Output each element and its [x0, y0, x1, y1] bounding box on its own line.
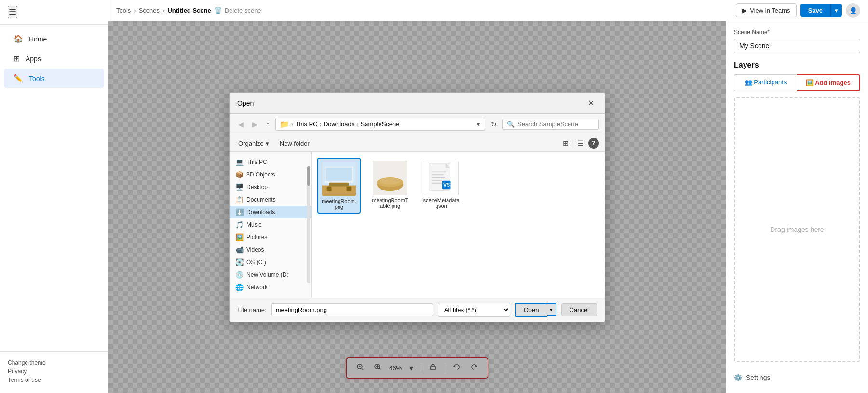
breadcrumb-current: Untitled Scene: [167, 7, 211, 14]
pictures-icon: 🖼️: [235, 233, 244, 241]
add-images-icon: 🖼️: [806, 79, 814, 86]
view-divider: [573, 139, 573, 147]
dialog-nav-bar: ◀ ▶ ↑ 📁 › This PC › Downloads › SampleSc…: [230, 114, 605, 135]
view-grid-button[interactable]: ⊞: [560, 138, 571, 149]
tree-item-music[interactable]: 🎵 Music: [230, 218, 311, 231]
change-theme-link[interactable]: Change theme: [8, 359, 100, 366]
menu-button[interactable]: ☰: [8, 6, 17, 18]
sidebar-item-home[interactable]: 🏠 Home: [4, 29, 104, 48]
file-dialog-overlay: Open ✕ ◀ ▶ ↑ 📁 › This PC › Downloa: [108, 21, 726, 393]
tree-item-osc[interactable]: 💽 OS (C:): [230, 256, 311, 269]
file-grid: meetingRoom.png: [312, 152, 605, 298]
osc-icon: 💽: [235, 258, 244, 266]
dialog-title-bar: Open ✕: [230, 93, 605, 114]
dialog-title: Open: [237, 99, 254, 107]
tree-item-documents[interactable]: 📋 Documents: [230, 193, 311, 206]
new-folder-button[interactable]: New folder: [276, 138, 313, 149]
breadcrumb-sep-2: ›: [163, 7, 164, 14]
sidebar-item-tools[interactable]: ✏️ Tools: [4, 69, 104, 88]
filetype-select[interactable]: All files (*.*): [438, 303, 510, 317]
forward-button[interactable]: ▶: [249, 119, 260, 130]
layers-heading: Layers: [734, 61, 860, 69]
tools-icon: ✏️: [14, 74, 23, 83]
svg-rect-17: [432, 174, 444, 175]
search-input[interactable]: [517, 121, 595, 128]
network-icon: 🌐: [235, 284, 244, 291]
filename-input[interactable]: [271, 303, 433, 316]
terms-link[interactable]: Terms of use: [8, 377, 100, 383]
sidebar: ☰ 🏠 Home ⊞ Apps ✏️ Tools Change theme Pr…: [0, 0, 108, 393]
privacy-link[interactable]: Privacy: [8, 368, 100, 375]
path-bar: 📁 › This PC › Downloads › SampleScene ▾: [275, 118, 485, 131]
dialog-body: 💻 This PC 📦 3D Objects 🖥️ Desktop: [230, 152, 605, 298]
meetingroom-thumbnail: [322, 162, 356, 196]
tree-item-pictures[interactable]: 🖼️ Pictures: [230, 231, 311, 244]
save-dropdown-button[interactable]: ▾: [830, 4, 842, 17]
breadcrumb-sep-1: ›: [134, 7, 136, 14]
tree-item-desktop[interactable]: 🖥️ Desktop: [230, 181, 311, 193]
newvol-icon: 💿: [235, 271, 244, 279]
file-item-meetingroom[interactable]: meetingRoom.png: [317, 158, 361, 214]
tree-item-videos[interactable]: 📹 Videos: [230, 244, 311, 256]
dialog-close-button[interactable]: ✕: [585, 97, 597, 108]
svg-point-11: [380, 178, 401, 185]
delete-scene-button[interactable]: 🗑️ Delete scene: [214, 7, 261, 14]
tree-item-thispc[interactable]: 💻 This PC: [230, 156, 311, 168]
cancel-button[interactable]: Cancel: [561, 303, 597, 316]
svg-rect-19: [432, 180, 442, 181]
save-button[interactable]: Save: [800, 4, 830, 17]
image-drop-zone[interactable]: Drag images here: [734, 97, 860, 362]
file-thumb-scenemetadata: VS: [424, 161, 459, 195]
file-item-meetingroomtable[interactable]: meetingRoomTable.png: [368, 158, 412, 214]
svg-rect-18: [432, 177, 445, 178]
view-teams-button[interactable]: ▶ View in Teams: [736, 3, 796, 17]
tree-scrollbar-thumb: [307, 166, 310, 186]
view-detail-button[interactable]: ☰: [575, 138, 586, 149]
path-chevron-button[interactable]: ▾: [476, 120, 481, 129]
sidebar-item-apps[interactable]: ⊞ Apps: [4, 49, 104, 68]
tree-item-3dobjects[interactable]: 📦 3D Objects: [230, 168, 311, 181]
downloads-icon: ⬇️: [235, 208, 244, 216]
path-item-thispc: This PC: [295, 121, 317, 128]
sidebar-nav: 🏠 Home ⊞ Apps ✏️ Tools: [0, 25, 108, 351]
search-icon: 🔍: [507, 121, 515, 128]
search-bar: 🔍: [502, 119, 599, 130]
music-icon: 🎵: [235, 221, 244, 229]
filename-label: File name:: [237, 306, 267, 313]
settings-section[interactable]: ⚙️ Settings: [734, 370, 860, 385]
tree-item-newvol[interactable]: 💿 New Volume (D:: [230, 269, 311, 281]
view-icons-group: ⊞ ☰ ?: [560, 138, 599, 149]
topbar-right: ▶ View in Teams Save ▾ 👤: [736, 3, 860, 18]
breadcrumb-tools[interactable]: Tools: [116, 7, 131, 14]
help-button[interactable]: ?: [588, 138, 599, 149]
main-panel: Tools › Scenes › Untitled Scene 🗑️ Delet…: [108, 0, 868, 393]
breadcrumb: Tools › Scenes › Untitled Scene 🗑️ Delet…: [116, 7, 261, 14]
back-button[interactable]: ◀: [235, 119, 246, 130]
right-panel: Scene Name* Layers 👥 Participants 🖼️ Add…: [726, 21, 868, 393]
desktop-icon: 🖥️: [235, 183, 244, 191]
svg-rect-7: [347, 187, 352, 191]
tab-add-images[interactable]: 🖼️ Add images: [797, 74, 860, 91]
folder-icon: 📁: [280, 120, 289, 129]
up-button[interactable]: ↑: [263, 119, 272, 130]
tree-item-downloads[interactable]: ⬇️ Downloads: [230, 206, 311, 218]
scene-name-input[interactable]: [734, 39, 860, 53]
tree-item-network[interactable]: 🌐 Network: [230, 281, 311, 294]
file-item-scenemetadata[interactable]: VS sceneMetadata.json: [420, 158, 463, 214]
topbar: Tools › Scenes › Untitled Scene 🗑️ Delet…: [108, 0, 868, 21]
open-dropdown-button[interactable]: ▾: [547, 303, 556, 316]
layers-tabs: 👥 Participants 🖼️ Add images: [734, 74, 860, 91]
avatar[interactable]: 👤: [846, 3, 860, 18]
save-button-group: Save ▾: [800, 4, 842, 17]
refresh-button[interactable]: ↻: [488, 119, 500, 130]
svg-text:VS: VS: [443, 182, 450, 188]
breadcrumb-scenes[interactable]: Scenes: [139, 7, 160, 14]
file-dialog: Open ✕ ◀ ▶ ↑ 📁 › This PC › Downloa: [229, 92, 605, 322]
tab-participants[interactable]: 👥 Participants: [734, 74, 797, 91]
open-button[interactable]: Open: [515, 303, 547, 317]
scene-name-label: Scene Name*: [734, 29, 860, 36]
organize-button[interactable]: Organize ▾: [235, 138, 272, 149]
file-thumb-meetingroom: [322, 162, 356, 196]
home-icon: 🏠: [14, 34, 23, 43]
dialog-toolbar: Organize ▾ New folder ⊞ ☰ ?: [230, 135, 605, 152]
